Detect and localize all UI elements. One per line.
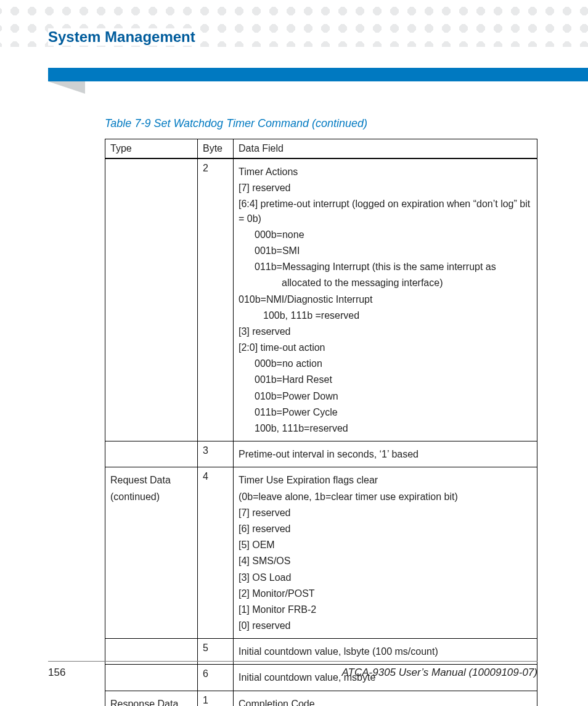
col-header-type: Type (105, 139, 198, 159)
cell-type (105, 158, 198, 441)
page-footer: 156 ATCA-9305 User’s Manual (10009109-07… (48, 661, 537, 679)
table-row: Request Data(continued)4Timer Use Expira… (105, 467, 537, 639)
cell-data-field: Timer Use Expiration flags clear(0b=leav… (234, 467, 537, 639)
data-field-line: [7] reserved (239, 506, 532, 520)
data-field-line: 000b=no action (239, 356, 532, 371)
header-shadow-triangle (48, 81, 85, 94)
data-field-line: [1] Monitor FRB-2 (239, 602, 532, 617)
col-header-data-field: Data Field (234, 139, 537, 159)
table-caption: Table 7-9 Set Watchdog Timer Command (co… (105, 117, 537, 130)
data-field-line: 001b=Hard Reset (239, 372, 532, 387)
data-field-line: [5] OEM (239, 538, 532, 552)
data-field-line: [3] reserved (239, 324, 532, 339)
cell-byte: 1 (198, 691, 234, 706)
cell-byte: 4 (198, 467, 234, 639)
cell-byte: 3 (198, 441, 234, 467)
cell-type (105, 441, 198, 467)
data-field-line: 011b=Power Cycle (239, 405, 532, 419)
data-field-line: allocated to the messaging interface) (239, 276, 532, 290)
table-header-row: Type Byte Data Field (105, 139, 537, 159)
data-field-line: [2] Monitor/POST (239, 586, 532, 601)
data-field-line: [3] OS Load (239, 570, 532, 585)
cell-data-field: Timer Actions[7] reserved[6:4] pretime-o… (234, 158, 537, 441)
data-field-line: 000b=none (239, 228, 532, 242)
cell-data-field: Pretime-out interval in seconds, ‘1’ bas… (234, 441, 537, 467)
data-field-line: 100b, 111b=reserved (239, 421, 532, 435)
cell-type: Response Data (105, 691, 198, 706)
table-row: 3Pretime-out interval in seconds, ‘1’ ba… (105, 441, 537, 467)
data-field-line: [6] reserved (239, 522, 532, 536)
footer-doc-title: ATCA-9305 User’s Manual (10009109-07) (341, 667, 537, 679)
data-field-line: Pretime-out interval in seconds, ‘1’ bas… (239, 447, 532, 461)
data-field-line: 100b, 111b =reserved (239, 308, 532, 322)
page-number: 156 (48, 667, 65, 679)
watchdog-timer-table: Type Byte Data Field 2Timer Actions[7] r… (105, 139, 537, 706)
table-body: 2Timer Actions[7] reserved[6:4] pretime-… (105, 158, 537, 706)
data-field-line: 010b=NMI/Diagnostic Interrupt (239, 292, 532, 306)
data-field-line: Initial countdown value, lsbyte (100 ms/… (239, 644, 532, 659)
page-content: Table 7-9 Set Watchdog Timer Command (co… (105, 117, 537, 706)
data-field-line: (0b=leave alone, 1b=clear timer use expi… (239, 490, 532, 504)
table-row: 2Timer Actions[7] reserved[6:4] pretime-… (105, 158, 537, 441)
data-field-line: Completion Code (239, 697, 532, 706)
data-field-line: 010b=Power Down (239, 389, 532, 403)
data-field-line: [7] reserved (239, 181, 532, 195)
header-blue-bar (48, 68, 588, 81)
data-field-line: [4] SMS/OS (239, 554, 532, 568)
data-field-line: Timer Use Expiration flags clear (239, 473, 532, 487)
chapter-title: System Management (48, 28, 200, 46)
data-field-line: 001b=SMI (239, 244, 532, 258)
cell-type: Request Data(continued) (105, 467, 198, 639)
data-field-line: [6:4] pretime-out interrupt (logged on e… (239, 197, 532, 225)
cell-data-field: Completion Code (234, 691, 537, 706)
cell-byte: 2 (198, 158, 234, 441)
data-field-line: [2:0] time-out action (239, 340, 532, 355)
data-field-line: 011b=Messaging Interrupt (this is the sa… (239, 260, 532, 274)
data-field-line: [0] reserved (239, 618, 532, 633)
data-field-line: Timer Actions (239, 165, 532, 179)
table-row: Response Data1Completion Code (105, 691, 537, 706)
col-header-byte: Byte (198, 139, 234, 159)
